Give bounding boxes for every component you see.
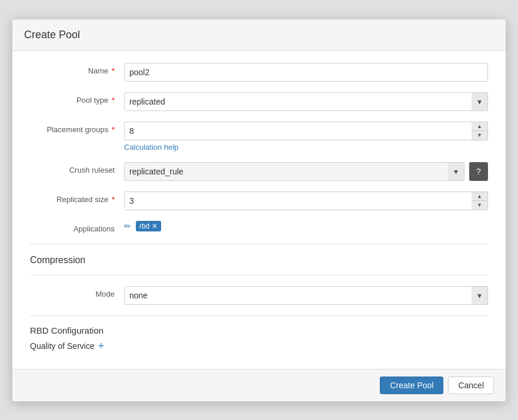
name-label: Name * [30, 63, 124, 75]
modal-title: Create Pool [24, 29, 494, 41]
compression-section-title: Compression [30, 255, 488, 266]
rep-size-spinner-buttons: ▲ ▼ [472, 191, 488, 210]
compression-divider [30, 244, 488, 244]
create-pool-modal: Create Pool Name * Pool type * replicate… [12, 19, 506, 402]
applications-content: ✏ rbd ✕ [124, 221, 488, 231]
crush-ruleset-label: Crush ruleset [30, 162, 124, 174]
mode-row: Mode none aggressive passive force ▾ [30, 286, 488, 305]
mode-label: Mode [30, 286, 124, 298]
mode-select-wrapper: none aggressive passive force ▾ [124, 286, 488, 305]
placement-groups-label: Placement groups * [30, 122, 124, 134]
rbd-section-title: RBD Configuration [30, 325, 488, 335]
pg-required: * [112, 125, 115, 134]
modal-header: Create Pool [12, 19, 506, 51]
replicated-size-label: Replicated size * [30, 191, 124, 204]
placement-groups-wrap: ▲ ▼ Calculation help [124, 122, 488, 152]
mode-select[interactable]: none aggressive passive force [124, 286, 488, 305]
applications-label: Applications [30, 221, 124, 233]
application-tag: rbd ✕ [136, 221, 161, 231]
replicated-size-wrap: ▲ ▼ [124, 191, 488, 210]
mode-wrap: none aggressive passive force ▾ [124, 286, 488, 305]
pool-type-select[interactable]: replicated erasure [124, 92, 488, 111]
rep-size-decrement-button[interactable]: ▼ [472, 201, 487, 210]
rep-size-increment-button[interactable]: ▲ [472, 192, 487, 201]
name-required: * [112, 66, 115, 75]
crush-select-wrapper: replicated_rule ▾ [124, 162, 464, 181]
crush-ruleset-select[interactable]: replicated_rule [124, 162, 464, 181]
pg-spinner-buttons: ▲ ▼ [472, 122, 488, 140]
crush-ruleset-wrap: replicated_rule ▾ ? [124, 162, 488, 181]
cancel-button[interactable]: Cancel [448, 377, 494, 394]
modal-footer: Create Pool Cancel [12, 369, 506, 401]
crush-help-button[interactable]: ? [469, 162, 488, 181]
create-pool-button[interactable]: Create Pool [380, 377, 443, 394]
qos-label: Quality of Service [30, 341, 95, 351]
crush-wrapper: replicated_rule ▾ ? [124, 162, 488, 181]
qos-row: Quality of Service + [30, 340, 488, 352]
placement-groups-input[interactable] [124, 122, 488, 140]
rep-size-spinner-wrapper: ▲ ▼ [124, 191, 488, 210]
applications-edit-icon[interactable]: ✏ [124, 221, 131, 231]
qos-add-button[interactable]: + [98, 340, 105, 352]
tag-close-button[interactable]: ✕ [152, 223, 158, 230]
pool-type-row: Pool type * replicated erasure ▾ [30, 92, 488, 111]
pool-type-select-wrapper: replicated erasure ▾ [124, 92, 488, 111]
modal-body: Name * Pool type * replicated erasure [12, 51, 506, 369]
rbd-section: RBD Configuration Quality of Service + [30, 315, 488, 352]
pool-type-required: * [112, 96, 115, 105]
replicated-size-row: Replicated size * ▲ ▼ [30, 191, 488, 210]
applications-row: Applications ✏ rbd ✕ [30, 221, 488, 233]
compression-divider-2 [30, 275, 488, 275]
applications-wrap: ✏ rbd ✕ [124, 221, 488, 231]
tag-label: rbd [139, 222, 149, 230]
replicated-size-input[interactable] [124, 191, 488, 210]
name-input[interactable] [124, 63, 488, 82]
name-row: Name * [30, 63, 488, 82]
pg-decrement-button[interactable]: ▼ [472, 131, 487, 140]
crush-ruleset-row: Crush ruleset replicated_rule ▾ ? [30, 162, 488, 181]
calculation-help-link[interactable]: Calculation help [124, 143, 179, 152]
pg-spinner-wrapper: ▲ ▼ [124, 122, 488, 140]
pool-type-label: Pool type * [30, 92, 124, 105]
name-field-wrap [124, 63, 488, 82]
rep-size-required: * [112, 195, 115, 204]
pool-type-wrap: replicated erasure ▾ [124, 92, 488, 111]
pg-increment-button[interactable]: ▲ [472, 122, 487, 132]
placement-groups-row: Placement groups * ▲ ▼ Calculation help [30, 122, 488, 152]
